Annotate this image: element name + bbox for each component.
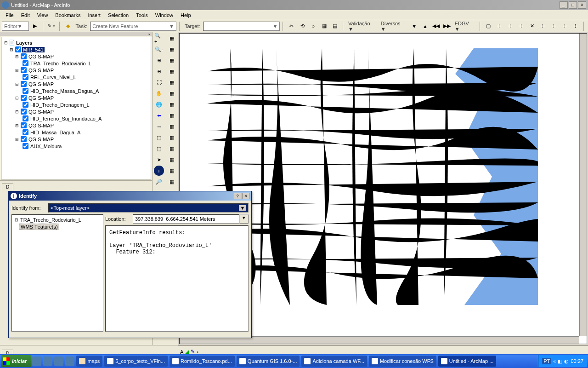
zoom-out-icon[interactable]: 🔍- <box>154 44 164 54</box>
forward-icon[interactable]: ▶▶ <box>442 21 452 31</box>
layer-name[interactable]: HID_Trecho_Drenagem_L <box>29 102 90 108</box>
collapse-icon[interactable]: ⊟ <box>14 218 19 222</box>
close-button[interactable]: × <box>578 1 586 9</box>
minimize-button[interactable]: _ <box>560 1 568 9</box>
menu-view[interactable]: View <box>34 12 52 19</box>
sketch-tool-icon[interactable]: ✎ <box>46 21 57 31</box>
vtool-4-icon[interactable]: ▦ <box>167 66 177 76</box>
group-name[interactable]: QGIS-MAP <box>28 109 55 115</box>
group-name[interactable]: QGIS-MAP <box>28 95 55 101</box>
collapse-icon[interactable]: ⊟ <box>14 96 20 100</box>
menu-insert[interactable]: Insert <box>84 12 104 19</box>
pan-icon[interactable]: ✋ <box>154 88 164 98</box>
vtool-7-icon[interactable]: ▦ <box>167 99 177 109</box>
fixed-zoom-in-icon[interactable]: ⊕ <box>154 55 164 65</box>
zoom-in-icon[interactable]: 🔍+ <box>154 33 164 43</box>
collapse-icon[interactable]: ⊟ <box>3 40 9 45</box>
vtool-5-icon[interactable]: ▦ <box>167 77 177 87</box>
vtool-9-icon[interactable]: ▦ <box>167 121 177 132</box>
layer-checkbox[interactable] <box>21 109 27 115</box>
rewind-icon[interactable]: ◀◀ <box>431 21 441 31</box>
tray-icon-1[interactable]: ◧ <box>558 358 562 364</box>
collapse-icon[interactable]: ⊟ <box>14 109 20 114</box>
task-maps[interactable]: maps <box>76 356 102 367</box>
tool-c-icon[interactable]: ⊹ <box>505 21 515 31</box>
task-item[interactable]: Adiciona camada WF... <box>301 356 367 367</box>
layer-name[interactable]: AUX_Moldura <box>29 144 62 149</box>
vtool-11-icon[interactable]: ▦ <box>167 144 177 154</box>
identify-tree-root[interactable]: TRA_Trecho_Rodoviario_L <box>19 217 82 223</box>
task-item[interactable]: Romildo_Toscano.pd... <box>170 356 235 367</box>
edit-tool-icon[interactable]: ▶ <box>30 21 40 31</box>
tool-a-icon[interactable]: ▢ <box>483 21 493 31</box>
toc-close-icon[interactable]: × <box>147 32 152 36</box>
tool-i-icon[interactable]: ⊹ <box>571 21 581 31</box>
down-arrow-icon[interactable]: ▼ <box>409 21 419 31</box>
group-name[interactable]: QGIS-MAP <box>28 68 55 73</box>
menu-edit[interactable]: Edit <box>17 12 34 19</box>
dataframe-name[interactable]: MIR_541 <box>22 47 45 52</box>
editor-dropdown[interactable]: Editor ▼ <box>2 22 29 31</box>
tool-b-icon[interactable]: ⊹ <box>494 21 504 31</box>
vtool-14-icon[interactable]: ▦ <box>167 177 177 187</box>
clock[interactable]: 00:27 <box>571 358 583 364</box>
validacao-dropdown[interactable]: Validação ▼ <box>346 21 378 32</box>
layer-checkbox[interactable] <box>21 67 27 73</box>
maximize-button[interactable]: □ <box>569 1 577 9</box>
system-tray[interactable]: PT « ◧ ◐ 00:27 <box>538 355 587 367</box>
edgv-dropdown[interactable]: EDGV ▼ <box>453 21 477 32</box>
layer-name[interactable]: HID_Terreno_Suj_Inundacao_A <box>29 116 102 121</box>
collapse-icon[interactable]: ⊟ <box>9 47 14 52</box>
attribute-button[interactable]: ◆ <box>63 21 73 31</box>
tool-f-icon[interactable]: ⊹ <box>538 21 548 31</box>
layer-checkbox[interactable] <box>21 53 27 59</box>
forward-nav-icon[interactable]: ➡ <box>154 121 164 132</box>
tool-d-icon[interactable]: ⊹ <box>516 21 526 31</box>
menu-tools[interactable]: Tools <box>132 12 152 19</box>
layer-checkbox[interactable] <box>23 129 28 135</box>
task-item[interactable]: 5_corpo_texto_VFin... <box>104 356 168 367</box>
layer-name[interactable]: HID_Massa_Dagua_A <box>29 130 81 135</box>
clear-select-icon[interactable]: ⬚ <box>154 144 164 154</box>
menu-file[interactable]: File <box>2 12 17 19</box>
identify-close-button[interactable]: × <box>242 193 249 199</box>
layer-checkbox[interactable] <box>23 60 28 66</box>
layer-checkbox[interactable] <box>21 95 27 101</box>
toc-display-tab[interactable]: D <box>2 183 13 190</box>
vtool-13-icon[interactable]: ▦ <box>167 166 177 176</box>
back-icon[interactable]: ⬅ <box>154 110 164 121</box>
menu-selection[interactable]: Selection <box>104 12 132 19</box>
group-name[interactable]: QGIS-MAP <box>28 54 55 59</box>
up-arrow-icon[interactable]: ▲ <box>420 21 430 31</box>
identify-tree[interactable]: ⊟TRA_Trecho_Rodoviario_L WMS Feature(s) <box>11 214 103 332</box>
rotate-icon[interactable]: ⟲ <box>297 21 307 31</box>
layers-root[interactable]: Layers <box>15 40 33 46</box>
vtool-8-icon[interactable]: ▦ <box>167 110 177 121</box>
tool-g-icon[interactable]: ⊹ <box>549 21 559 31</box>
vtool-1-icon[interactable]: ▦ <box>167 33 177 43</box>
identify-from-combo[interactable]: <Top-most layer>▼ <box>48 203 249 213</box>
layer-name[interactable]: HID_Trecho_Massa_Dagua_A <box>29 88 100 94</box>
tool-h-icon[interactable]: ⊹ <box>560 21 570 31</box>
quicklaunch-desktop-icon[interactable] <box>43 356 52 366</box>
marker-color-icon[interactable]: • <box>197 349 198 355</box>
group-name[interactable]: QGIS-MAP <box>28 81 55 87</box>
location-options-icon[interactable]: ▾ <box>239 214 249 224</box>
fixed-zoom-out-icon[interactable]: ⊖ <box>154 66 164 76</box>
menu-bookmarks[interactable]: Bookmarks <box>51 12 84 19</box>
collapse-icon[interactable]: ⊟ <box>14 68 20 73</box>
layer-checkbox[interactable] <box>15 46 21 52</box>
collapse-icon[interactable]: ⊟ <box>14 137 20 142</box>
split-icon[interactable]: ▤ <box>330 21 340 31</box>
vtool-12-icon[interactable]: ▦ <box>167 155 177 165</box>
vertical-scrollbar[interactable] <box>579 34 587 336</box>
menu-window[interactable]: Window <box>152 12 177 19</box>
task-item[interactable]: Untitled - ArcMap ... <box>438 356 497 367</box>
layer-checkbox[interactable] <box>23 88 28 94</box>
task-item[interactable]: Quantum GIS 1.6.0-... <box>237 356 300 367</box>
menu-help[interactable]: Help <box>177 12 195 19</box>
collapse-icon[interactable]: ⊟ <box>14 82 20 86</box>
tray-chevron-icon[interactable]: « <box>553 358 556 364</box>
layer-name[interactable]: TRA_Trecho_Rodoviario_L <box>29 61 92 66</box>
identify-help-button[interactable]: ? <box>234 193 241 199</box>
